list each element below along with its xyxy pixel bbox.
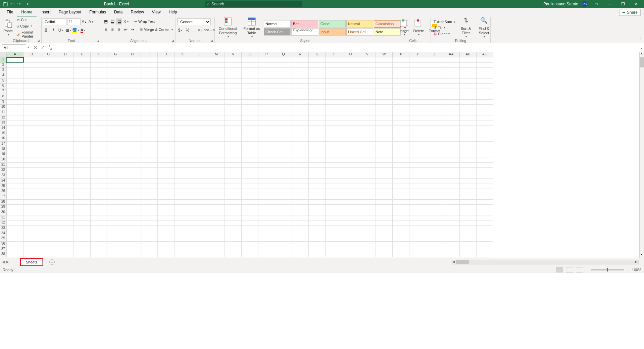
cell[interactable] (359, 236, 376, 242)
cell[interactable] (191, 247, 208, 252)
cell[interactable] (258, 163, 275, 168)
align-left-icon[interactable]: ≡ (103, 27, 109, 33)
cell[interactable] (158, 163, 175, 168)
cell[interactable] (242, 200, 258, 205)
cell[interactable] (275, 142, 292, 147)
cell[interactable] (23, 57, 40, 63)
cell[interactable] (242, 152, 258, 157)
dialog-launcher-icon[interactable]: ◢ (37, 39, 41, 42)
cell[interactable] (443, 200, 460, 205)
cell[interactable] (191, 73, 208, 79)
cell[interactable] (175, 210, 191, 215)
cell[interactable] (326, 115, 342, 121)
cell[interactable] (175, 184, 191, 189)
cell[interactable] (91, 252, 107, 257)
cell[interactable] (376, 57, 393, 63)
cell[interactable] (74, 173, 91, 179)
cell[interactable] (460, 168, 477, 173)
cell[interactable] (7, 220, 23, 226)
cell[interactable] (74, 179, 91, 184)
cell[interactable] (342, 89, 359, 94)
cell[interactable] (23, 205, 40, 210)
cell[interactable] (7, 200, 23, 205)
cell[interactable] (409, 89, 426, 94)
sheet-nav-prev-icon[interactable]: ◀ (2, 260, 5, 264)
cell[interactable] (7, 194, 23, 200)
cell[interactable] (342, 242, 359, 247)
cell[interactable] (342, 94, 359, 100)
cell[interactable] (409, 242, 426, 247)
cell[interactable] (141, 220, 158, 226)
cell[interactable] (7, 115, 23, 121)
cell[interactable] (191, 120, 208, 126)
cell[interactable] (309, 136, 326, 142)
cell[interactable] (40, 94, 57, 100)
cell[interactable] (208, 105, 225, 110)
cell[interactable] (443, 105, 460, 110)
cell[interactable] (426, 110, 443, 115)
row-header[interactable]: 7 (0, 89, 7, 94)
italic-button[interactable]: I (50, 27, 56, 33)
row-header[interactable]: 11 (0, 110, 7, 115)
cell[interactable] (258, 57, 275, 63)
cell[interactable] (409, 73, 426, 79)
cell-style-input[interactable]: Input (319, 28, 346, 36)
cell[interactable] (74, 94, 91, 100)
accounting-format-icon[interactable]: $ (177, 27, 183, 33)
cell[interactable] (309, 242, 326, 247)
cell[interactable] (40, 115, 57, 121)
cell[interactable] (376, 136, 393, 142)
cell[interactable] (57, 131, 74, 137)
cell[interactable] (124, 131, 141, 137)
cell[interactable] (141, 242, 158, 247)
cell[interactable] (74, 89, 91, 94)
redo-icon[interactable]: ↷ (17, 1, 23, 7)
cell[interactable] (359, 189, 376, 194)
cell[interactable] (258, 126, 275, 131)
cell[interactable] (242, 189, 258, 194)
cell[interactable] (258, 63, 275, 68)
cell[interactable] (23, 73, 40, 79)
cell[interactable] (359, 163, 376, 168)
cell[interactable] (393, 73, 409, 79)
cell[interactable] (107, 226, 124, 231)
cell[interactable] (409, 173, 426, 179)
cell[interactable] (376, 94, 393, 100)
cell[interactable] (443, 236, 460, 242)
cell[interactable] (191, 184, 208, 189)
cell[interactable] (242, 236, 258, 242)
cell[interactable] (208, 84, 225, 89)
cell[interactable] (74, 189, 91, 194)
cell[interactable] (225, 68, 242, 73)
cell[interactable] (460, 126, 477, 131)
cell[interactable] (7, 242, 23, 247)
cell[interactable] (124, 115, 141, 121)
cell[interactable] (426, 173, 443, 179)
cell[interactable] (460, 84, 477, 89)
cell[interactable] (7, 205, 23, 210)
cell[interactable] (40, 173, 57, 179)
cell[interactable] (7, 231, 23, 237)
cell[interactable] (225, 220, 242, 226)
cell[interactable] (7, 136, 23, 142)
tab-help[interactable]: Help (165, 8, 181, 16)
fx-icon[interactable]: fx (48, 44, 53, 51)
cell[interactable] (242, 184, 258, 189)
cell[interactable] (359, 63, 376, 68)
cell[interactable] (175, 84, 191, 89)
cell[interactable] (275, 73, 292, 79)
cell[interactable] (242, 120, 258, 126)
ribbon-display-icon[interactable]: ▭ (591, 2, 601, 6)
cell[interactable] (443, 157, 460, 163)
cell[interactable] (409, 68, 426, 73)
cell[interactable] (409, 200, 426, 205)
row-header[interactable]: 31 (0, 215, 7, 221)
cell[interactable] (7, 173, 23, 179)
cell[interactable] (7, 68, 23, 73)
cell-style-neutral[interactable]: Neutral (346, 20, 373, 28)
cell[interactable] (477, 152, 493, 157)
cell[interactable] (107, 136, 124, 142)
cell[interactable] (91, 242, 107, 247)
zoom-in-icon[interactable]: + (627, 268, 629, 272)
cell[interactable] (426, 115, 443, 121)
